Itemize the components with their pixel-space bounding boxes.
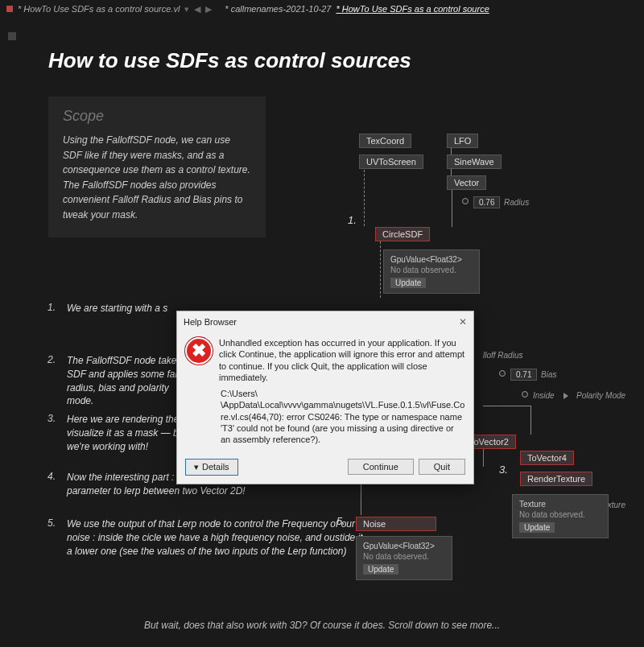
graph-anchor-1: 1.	[348, 214, 357, 226]
label-bias: Bias	[541, 370, 556, 379]
node-vector[interactable]: Vector	[447, 175, 486, 190]
value-radius[interactable]: 0.76	[473, 196, 500, 208]
step-1: 1. We are starting with a s	[44, 302, 180, 315]
connection-line	[483, 406, 531, 406]
node-noise[interactable]: Noise	[356, 517, 436, 531]
graph-anchor-3: 3.	[499, 464, 508, 476]
tooltip-title: GpuValue<Float32>	[390, 255, 473, 264]
error-icon: ✖	[185, 337, 213, 365]
tooltip-noise: GpuValue<Float32> No data observed. Upda…	[356, 536, 452, 580]
connection-line	[451, 169, 452, 175]
tooltip-update-button[interactable]: Update	[363, 564, 398, 575]
tooltip-title: Texture	[519, 500, 601, 509]
close-icon[interactable]: ✕	[459, 316, 467, 328]
scope-panel: Scope Using the FalloffSDF node, we can …	[48, 97, 266, 237]
page-title: How to use SDFs as control sources	[48, 48, 411, 73]
details-button[interactable]: ▾ Details	[185, 459, 238, 476]
dialog-title: Help Browser	[184, 317, 237, 327]
tooltip-title: GpuValue<Float32>	[363, 542, 445, 550]
connection-line	[380, 241, 381, 298]
connection-line	[530, 406, 531, 435]
dialog-titlebar: Help Browser ✕	[177, 311, 473, 332]
breadcrumb-item-1[interactable]: * callmenames-2021-10-27	[225, 4, 331, 14]
node-circlesdf[interactable]: CircleSDF	[375, 227, 430, 241]
tooltip-update-button[interactable]: Update	[390, 278, 426, 288]
step-number: 1.	[44, 302, 56, 315]
title-bar: * HowTo Use SDFs as a control source.vl …	[0, 0, 644, 18]
details-label: Details	[202, 462, 229, 472]
connection-line	[361, 480, 361, 515]
error-dialog: Help Browser ✕ ✖ Unhandled exception has…	[176, 311, 474, 484]
tooltip-texture: Texture No data observed. Update	[512, 494, 609, 538]
node-rendertexture[interactable]: RenderTexture	[520, 472, 592, 486]
scope-heading: Scope	[63, 108, 251, 125]
dropdown-icon[interactable]	[564, 393, 568, 399]
pin-icon[interactable]	[462, 198, 469, 204]
node-sinewave[interactable]: SineWave	[447, 155, 502, 169]
node-tovector4[interactable]: ToVector4	[520, 451, 574, 465]
tooltip-circlesdf: GpuValue<Float32> No data observed. Upda…	[383, 249, 480, 294]
app-indicator-icon	[6, 6, 13, 12]
tooltip-subtitle: No data observed.	[390, 266, 473, 274]
nav-forward-icon[interactable]: ▶	[205, 4, 212, 14]
tooltip-subtitle: No data observed.	[519, 510, 601, 519]
dialog-message: Unhandled exception has occurred in your…	[219, 337, 465, 383]
footer-note: But wait, does that also work with 3D? O…	[0, 620, 644, 631]
step-5: 5. We use the output of that Lerp node t…	[44, 517, 365, 558]
breadcrumb-item-2[interactable]: * HowTo Use SDFs as a control source	[336, 4, 489, 14]
node-texcoord[interactable]: TexCoord	[359, 134, 411, 148]
placeholder-icon	[8, 32, 16, 40]
nav-back-icon[interactable]: ◀	[194, 4, 200, 14]
label-inside: Inside	[533, 391, 555, 400]
connection-line	[483, 449, 484, 467]
connection-line	[451, 148, 452, 155]
tooltip-update-button[interactable]: Update	[519, 522, 555, 533]
step-number: 2.	[44, 354, 56, 408]
quit-button[interactable]: Quit	[419, 459, 465, 475]
connection-line	[364, 170, 365, 226]
pin-icon[interactable]	[499, 370, 506, 377]
scope-body: Using the FalloffSDF node, we can use SD…	[63, 133, 251, 223]
label-falloff-radius: lloff Radius	[483, 351, 522, 360]
value-bias[interactable]: 0.71	[510, 369, 537, 381]
step-2: 2. The FalloffSDF node takes an SDF and …	[44, 354, 196, 408]
pin-icon[interactable]	[522, 391, 528, 398]
node-lfo[interactable]: LFO	[447, 134, 478, 148]
continue-button[interactable]: Continue	[348, 459, 414, 475]
graph-anchor-5: 5.	[336, 515, 345, 527]
label-polarity: Polarity Mode	[576, 391, 625, 400]
step-text: We are starting with a s	[67, 302, 180, 315]
step-number: 5.	[44, 517, 56, 558]
step-number: 3.	[44, 413, 56, 453]
document-tab[interactable]: * HowTo Use SDFs as a control source.vl	[18, 4, 180, 14]
chevron-down-icon: ▾	[194, 462, 199, 472]
label-radius: Radius	[504, 198, 529, 207]
dialog-detail-text: C:\Users\ \AppData\Local\vvvv\gamma\nuge…	[177, 386, 473, 453]
connection-line	[452, 190, 452, 227]
tooltip-subtitle: No data observed.	[363, 552, 445, 561]
step-text: We use the output of that Lerp node to c…	[67, 517, 365, 558]
node-uvtoscreen[interactable]: UVToScreen	[359, 155, 423, 169]
step-number: 4.	[44, 471, 56, 498]
dropdown-icon[interactable]: ▾	[184, 4, 189, 14]
